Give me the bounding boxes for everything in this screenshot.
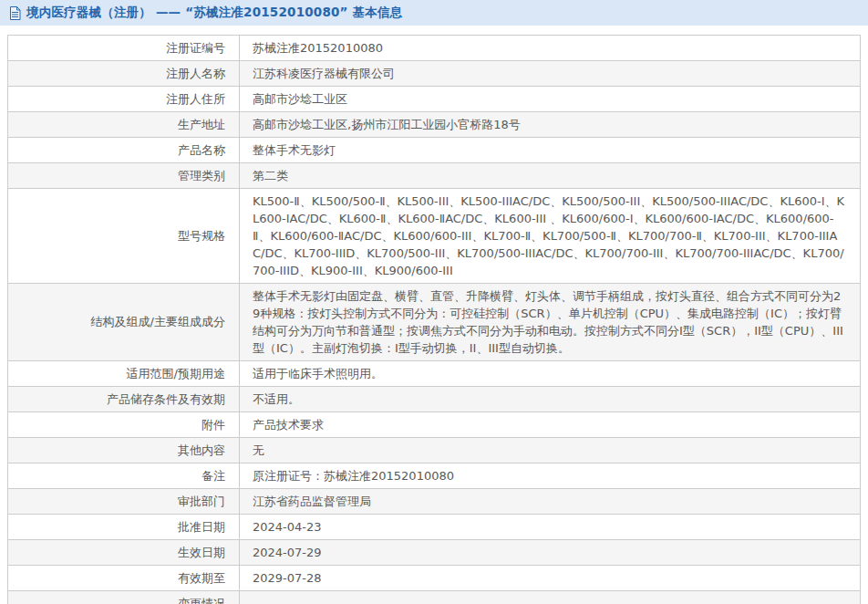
row-value: 适用于临床手术照明用。 <box>240 361 860 386</box>
row-label: 注册人名称 <box>8 61 240 86</box>
row-value-text: 第二类 <box>253 167 288 184</box>
row-value <box>240 591 860 604</box>
row-value: 整体手术无影灯 <box>240 138 860 162</box>
row-label: 适用范围/预期用途 <box>8 361 240 386</box>
row-value: 整体手术无影灯由固定盘、横臂、直管、升降横臂、灯头体、调节手柄组成，按灯头直径、… <box>240 284 860 360</box>
table-row: 有效期至 2029-07-28 <box>8 565 860 590</box>
table-row: 其他内容 无 <box>8 437 860 463</box>
row-value-text: KL500-Ⅱ、KL500/500-Ⅱ、KL500-III、KL500-IIIA… <box>253 193 847 279</box>
table-row-composition: 结构及组成/主要组成成分 整体手术无影灯由固定盘、横臂、直管、升降横臂、灯头体、… <box>8 283 860 360</box>
document-icon <box>9 6 21 20</box>
row-label: 型号规格 <box>8 189 240 283</box>
table-row: 注册人住所 高邮市沙埝工业区 <box>8 86 860 111</box>
row-value: 产品技术要求 <box>240 412 860 437</box>
row-value: 江苏省药品监督管理局 <box>240 489 860 514</box>
row-value: 江苏科凌医疗器械有限公司 <box>240 61 860 86</box>
table-row: 注册人名称 江苏科凌医疗器械有限公司 <box>8 60 860 86</box>
page-header: 境内医疗器械（注册） —— “苏械注准20152010080” 基本信息 <box>0 0 868 26</box>
table-row: 生效日期 2024-07-29 <box>8 539 860 565</box>
table-row: 生产地址 高邮市沙埝工业区,扬州市江阳工业园小官桥路18号 <box>8 111 860 137</box>
row-value: 原注册证号：苏械注准20152010080 <box>240 463 860 488</box>
row-value-text: 高邮市沙埝工业区,扬州市江阳工业园小官桥路18号 <box>253 116 521 133</box>
row-label: 批准日期 <box>8 515 240 539</box>
row-value-text: 江苏科凌医疗器械有限公司 <box>253 65 395 82</box>
page-title: 境内医疗器械（注册） —— “苏械注准20152010080” 基本信息 <box>26 5 402 21</box>
row-label: 生产地址 <box>8 112 240 137</box>
row-label: 管理类别 <box>8 163 240 188</box>
row-value-text: 不适用。 <box>253 391 300 408</box>
row-value: 无 <box>240 438 860 463</box>
row-label: 结构及组成/主要组成成分 <box>8 284 240 360</box>
row-label: 产品名称 <box>8 138 240 162</box>
row-label: 变更情况 <box>8 591 240 604</box>
row-label: 产品储存条件及有效期 <box>8 387 240 411</box>
row-value-text: 产品技术要求 <box>253 416 324 433</box>
table-row: 产品储存条件及有效期 不适用。 <box>8 386 860 411</box>
row-label: 附件 <box>8 412 240 437</box>
table-row-model-spec: 型号规格 KL500-Ⅱ、KL500/500-Ⅱ、KL500-III、KL500… <box>8 188 860 283</box>
row-label: 有效期至 <box>8 566 240 590</box>
row-label: 备注 <box>8 463 240 488</box>
row-value: 2024-07-29 <box>240 540 860 565</box>
row-label: 其他内容 <box>8 438 240 463</box>
table-row: 批准日期 2024-04-23 <box>8 514 860 539</box>
row-value: KL500-Ⅱ、KL500/500-Ⅱ、KL500-III、KL500-IIIA… <box>240 189 860 283</box>
table-row: 审批部门 江苏省药品监督管理局 <box>8 488 860 514</box>
row-label: 生效日期 <box>8 540 240 565</box>
row-value-text: 高邮市沙埝工业区 <box>253 90 347 108</box>
table-row: 适用范围/预期用途 适用于临床手术照明用。 <box>8 360 860 386</box>
row-value: 高邮市沙埝工业区 <box>240 87 860 111</box>
table-row-change-status: 变更情况 <box>8 590 860 604</box>
registration-info-table: 注册证编号 苏械注准20152010080 注册人名称 江苏科凌医疗器械有限公司… <box>7 35 861 604</box>
row-value-text: 适用于临床手术照明用。 <box>253 365 383 382</box>
row-label: 注册证编号 <box>8 36 240 60</box>
row-value-text: 苏械注准20152010080 <box>253 39 383 57</box>
row-value: 不适用。 <box>240 387 860 411</box>
table-row: 备注 原注册证号：苏械注准20152010080 <box>8 463 860 488</box>
row-value: 苏械注准20152010080 <box>240 36 860 60</box>
row-value-text: 整体手术无影灯 <box>253 141 336 159</box>
row-value-text: 整体手术无影灯由固定盘、横臂、直管、升降横臂、灯头体、调节手柄组成，按灯头直径、… <box>253 287 847 357</box>
row-label: 注册人住所 <box>8 87 240 111</box>
row-value-text: 江苏省药品监督管理局 <box>253 493 371 510</box>
row-value-text: 2024-07-29 <box>253 544 322 561</box>
row-label: 审批部门 <box>8 489 240 514</box>
row-value: 2029-07-28 <box>240 566 860 590</box>
table-row: 管理类别 第二类 <box>8 162 860 188</box>
table-row: 产品名称 整体手术无影灯 <box>8 137 860 162</box>
table-row: 注册证编号 苏械注准20152010080 <box>8 36 860 60</box>
row-value-text: 2024-04-23 <box>253 518 322 536</box>
row-value-text: 原注册证号：苏械注准20152010080 <box>253 467 454 484</box>
row-value: 高邮市沙埝工业区,扬州市江阳工业园小官桥路18号 <box>240 112 860 137</box>
row-value-text: 无 <box>253 442 264 459</box>
row-value: 第二类 <box>240 163 860 188</box>
table-row: 附件 产品技术要求 <box>8 411 860 437</box>
row-value-text: 2029-07-28 <box>253 569 322 587</box>
row-value: 2024-04-23 <box>240 515 860 539</box>
